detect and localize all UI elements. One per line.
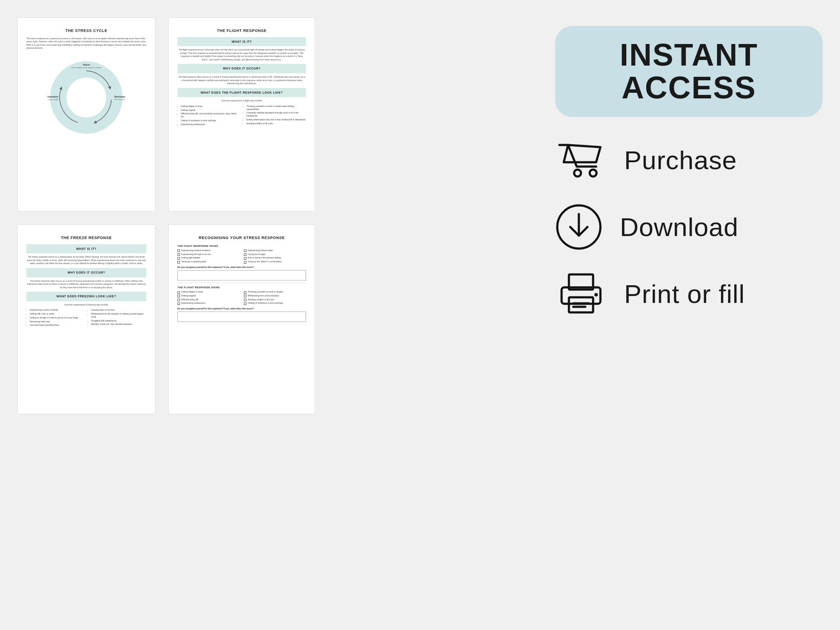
flight-sign-5: Throwing yourself in to work or studies. bbox=[244, 291, 306, 294]
freeze-look-box: WHAT DOES FREEZING LOOK LIKE? bbox=[26, 292, 146, 301]
flight-signs-grid: Feeling fidgety or tense. Throwing yours… bbox=[177, 291, 306, 305]
freeze-col2-item4: Mentally "check out" from stressful situ… bbox=[91, 323, 146, 326]
checkbox-16 bbox=[244, 302, 246, 305]
main-container: THE STRESS CYCLE The stress response is … bbox=[17, 17, 823, 414]
freeze-col1-item4: Decreasing heart rate. bbox=[30, 321, 85, 324]
stress-cycle-diagram: Alarm The amygdala sends signals to anot… bbox=[26, 54, 146, 141]
fight-section-header: THE FIGHT RESPONSE SIGNS bbox=[177, 244, 306, 248]
checkbox-4 bbox=[177, 261, 180, 264]
freeze-look-label: WHAT DOES FREEZING LOOK LIKE? bbox=[31, 294, 142, 299]
question1-text: Do you recognise yourself in this respon… bbox=[177, 266, 306, 269]
right-section: INSTANT ACCESS Purchase bbox=[555, 17, 823, 414]
cycle-svg: Alarm The amygdala sends signals to anot… bbox=[47, 59, 125, 136]
svg-text:The amygdala sends signals to : The amygdala sends signals to another bbox=[71, 66, 101, 69]
freeze-col1-item1: Experiencing a sense of dread. bbox=[30, 309, 85, 312]
svg-text:Alarm: Alarm bbox=[82, 63, 90, 66]
flight-section-header: THE FLIGHT RESPONSE SIGNS bbox=[177, 286, 306, 289]
freeze-why-box: WHY DOES IT OCCUR? bbox=[26, 268, 146, 277]
freeze-col2-item3: Struggling with speaking up. bbox=[91, 320, 146, 323]
checkbox-12 bbox=[177, 302, 180, 305]
svg-point-0 bbox=[58, 69, 114, 126]
freeze-col2-item1: Loosing colour in the face. bbox=[91, 309, 146, 312]
fight-signs-grid: Experiencing extreme emotions. Experienc… bbox=[177, 249, 306, 264]
freeze-col2-item2: Withdrawing from the situation or making… bbox=[91, 313, 146, 318]
recognising-title: RECOGNISING YOUR STRESS RESPONSE bbox=[177, 235, 306, 241]
checkbox-13 bbox=[244, 291, 246, 294]
fight-sign-5: Experiencing intense anger. bbox=[244, 249, 306, 252]
print-row[interactable]: Print or fill bbox=[555, 272, 823, 315]
freeze-col2: Loosing colour in the face. Withdrawing … bbox=[88, 309, 146, 328]
common-intro: Common expressions of flight may include… bbox=[177, 99, 306, 103]
checkbox-2 bbox=[177, 253, 180, 256]
purchase-label: Purchase bbox=[624, 145, 737, 175]
top-row: THE STRESS CYCLE The stress response is … bbox=[17, 17, 538, 211]
stress-cycle-title: THE STRESS CYCLE bbox=[26, 28, 146, 34]
instant-access-line2: ACCESS bbox=[577, 72, 801, 104]
flight-sign-1: Feeling fidgety or tense. bbox=[177, 291, 240, 294]
svg-point-8 bbox=[574, 170, 581, 176]
flight-col2-item3: Ending relationships early due to fear o… bbox=[246, 119, 306, 122]
download-row[interactable]: Download bbox=[555, 203, 823, 251]
freeze-why-desc: The freeze response often occurs as a re… bbox=[26, 280, 146, 290]
freeze-response-card: THE FREEZE RESPONSE WHAT IS IT? The free… bbox=[17, 224, 155, 414]
freeze-col1-item3: Feeling as though it is hard to get air … bbox=[30, 317, 85, 320]
recognising-card: RECOGNISING YOUR STRESS RESPONSE THE FIG… bbox=[168, 224, 315, 414]
freeze-signs-cols: Experiencing a sense of dread. Feeling s… bbox=[26, 309, 146, 328]
fight-sign-2: Experiencing the urge to act out. bbox=[177, 253, 240, 256]
fight-sign-1: Experiencing extreme emotions. bbox=[177, 249, 240, 252]
freeze-common-intro: Common expressions of freezing may inclu… bbox=[26, 303, 146, 307]
response-area-2 bbox=[177, 312, 306, 322]
flight-sign-3: Difficulty being still. bbox=[177, 299, 240, 302]
cart-svg bbox=[555, 139, 607, 182]
what-is-it-label: WHAT IS IT? bbox=[182, 40, 302, 44]
why-occur-box: WHY DOES IT OCCUR? bbox=[177, 64, 306, 73]
flight-col2-item4: Avoiding conflicts at all costs. bbox=[246, 123, 306, 126]
checkbox-15 bbox=[244, 299, 246, 301]
instant-access-line1: INSTANT bbox=[577, 39, 801, 72]
freeze-why-label: WHY DOES IT OCCUR? bbox=[31, 271, 142, 275]
flight-signs-cols: Feeling fidgety or tense. Feeling trappe… bbox=[177, 105, 306, 127]
checkbox-10 bbox=[177, 295, 180, 297]
svg-text:Resistance: Resistance bbox=[114, 95, 125, 98]
purchase-row[interactable]: Purchase bbox=[555, 139, 823, 182]
svg-point-17 bbox=[594, 293, 598, 296]
cart-icon bbox=[555, 139, 607, 182]
what-look-box: WHAT DOES THE FLIGHT RESPONSE LOOK LIKE? bbox=[177, 88, 306, 98]
flight-col1-item2: Feeling trapped. bbox=[181, 109, 240, 112]
fight-sign-4: Tense jaw or grinding teeth. bbox=[177, 261, 240, 264]
freeze-col1-item5: Loud and heavy pounding heart. bbox=[30, 324, 85, 327]
freeze-col1: Experiencing a sense of dread. Feeling s… bbox=[26, 309, 85, 328]
svg-text:If you are unable: If you are unable bbox=[47, 98, 59, 101]
print-icon bbox=[555, 272, 607, 315]
flight-col2-item2: Constantly needing stimulation through m… bbox=[246, 112, 306, 117]
download-svg bbox=[555, 203, 603, 251]
flight-sign-8: Feeling of numbness in arms and legs. bbox=[244, 302, 306, 305]
print-label: Print or fill bbox=[624, 279, 745, 309]
checkbox-9 bbox=[177, 291, 180, 294]
flight-sign-7: Avoiding conflicts at all costs. bbox=[244, 299, 306, 302]
preview-section: THE STRESS CYCLE The stress response is … bbox=[17, 17, 538, 414]
flight-col1-item5: Experiencing restlessness. bbox=[181, 123, 240, 126]
response-area-1 bbox=[177, 270, 306, 280]
checkbox-8 bbox=[244, 261, 246, 264]
flight-col1-item4: Feeling of numbness in arms and legs. bbox=[181, 120, 240, 123]
flight-col1: Feeling fidgety or tense. Feeling trappe… bbox=[177, 105, 240, 127]
freeze-title: THE FREEZE RESPONSE bbox=[26, 235, 146, 241]
checkbox-11 bbox=[177, 299, 180, 301]
stress-cycle-intro: The stress response is a natural occurre… bbox=[26, 37, 146, 50]
download-icon bbox=[555, 203, 603, 251]
flight-what-desc: The flight response occurs if the brain … bbox=[177, 48, 306, 61]
checkbox-6 bbox=[244, 253, 246, 256]
download-label: Download bbox=[620, 212, 739, 242]
fight-sign-3: Feeling light-headed. bbox=[177, 257, 240, 260]
question2-text: Do you recognise yourself in this respon… bbox=[177, 307, 306, 310]
instant-access-badge: INSTANT ACCESS bbox=[555, 26, 823, 117]
svg-text:Once the sense of: Once the sense of bbox=[114, 98, 125, 101]
fight-sign-6: Crying out of anger. bbox=[244, 253, 306, 256]
flight-title: THE FLIGHT RESPONSE bbox=[177, 28, 306, 34]
svg-text:Exhaustion: Exhaustion bbox=[47, 95, 58, 98]
what-is-it-box: WHAT IS IT? bbox=[177, 37, 306, 47]
what-look-label: WHAT DOES THE FLIGHT RESPONSE LOOK LIKE? bbox=[182, 91, 302, 95]
flight-col1-item3: Difficulty being still, and constantly m… bbox=[181, 113, 240, 118]
bottom-row: THE FREEZE RESPONSE WHAT IS IT? The free… bbox=[17, 224, 538, 414]
